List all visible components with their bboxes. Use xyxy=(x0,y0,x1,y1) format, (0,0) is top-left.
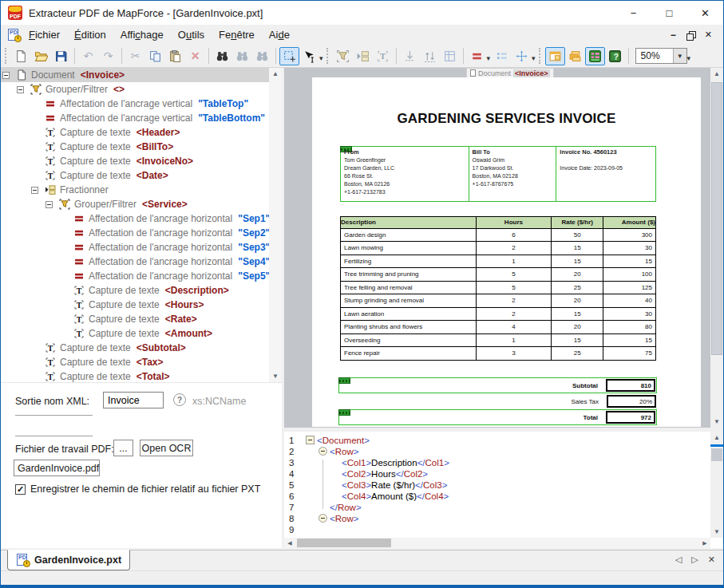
header-capture-region[interactable]: From Tom GreenfingerDream Garden, LLC66 … xyxy=(340,146,656,202)
scroll-up-icon[interactable]: ▲ xyxy=(710,68,723,80)
browse-button[interactable]: ... xyxy=(113,440,133,456)
help-icon[interactable]: ? xyxy=(173,393,186,406)
toggle-markers-view-button[interactable] xyxy=(585,47,605,65)
new-file-button[interactable] xyxy=(11,47,31,65)
open-file-button[interactable] xyxy=(31,47,51,65)
tree-row[interactable]: T Affectation de l'ancrage horizontal "S… xyxy=(1,211,269,226)
xml-name-input[interactable] xyxy=(103,392,164,408)
tree-expand-icon[interactable] xyxy=(31,187,38,194)
tree-row[interactable]: T Capture de texte <Header> xyxy=(1,125,269,140)
menu-item[interactable]: Aide xyxy=(262,26,297,44)
mdi-minimize-icon[interactable]: − xyxy=(671,30,676,41)
tree-row[interactable]: T Affectation de l'ancrage horizontal "S… xyxy=(1,269,269,283)
tree-row[interactable]: T Grouper/Filtrer <> xyxy=(1,82,269,97)
xml-vertical-scrollbar[interactable]: ▲ ▼ xyxy=(710,432,723,538)
tree-expand-icon[interactable] xyxy=(2,72,10,79)
scroll-down-icon[interactable]: ▼ xyxy=(710,526,723,538)
tab-gardeninvoice[interactable]: PD GardenInvoice.pxt xyxy=(7,550,130,570)
menu-item[interactable]: Édition xyxy=(67,26,113,44)
scrollbar-thumb[interactable] xyxy=(711,82,722,355)
tree-row[interactable]: T Grouper/Filtrer <Service> xyxy=(1,197,269,211)
subtotal-capture-region[interactable]: Subtotal 810 xyxy=(338,377,657,393)
tree-row[interactable]: T Capture de texte <Description> xyxy=(1,283,269,298)
tree-row[interactable]: T Affectation de l'ancrage vertical "Tab… xyxy=(1,97,269,111)
minimize-button[interactable]: − xyxy=(615,1,651,25)
anchor-cross-caret[interactable]: ▾ xyxy=(532,54,536,62)
selection-rectangle-tool[interactable] xyxy=(279,47,299,65)
tree-row[interactable]: T Capture de texte <Date> xyxy=(1,168,269,183)
tree-expand-icon[interactable] xyxy=(45,201,53,208)
menu-item[interactable]: Fenêtre xyxy=(212,26,262,44)
scroll-left-icon[interactable]: ◀ xyxy=(284,538,295,548)
paste-button[interactable] xyxy=(165,47,185,65)
menu-item[interactable]: Affichage xyxy=(113,26,171,44)
xml-code-area: 1 <Document> 2 <Row> xyxy=(284,432,710,538)
tree-row[interactable]: T Capture de texte <Hours> xyxy=(1,298,269,312)
tree-row[interactable]: T Capture de texte <Total> xyxy=(1,369,269,382)
cell-description: Planting shrubs and flowers xyxy=(341,321,477,334)
tree-scrollbar[interactable]: ▲ ▼ xyxy=(269,68,282,382)
zoom-combobox[interactable]: 50% ▼ xyxy=(635,48,687,64)
tree-row-label: Fractionner xyxy=(60,184,109,195)
anchor-assign-tool[interactable] xyxy=(467,47,487,65)
tree-row-value: "Sep1" xyxy=(238,213,269,224)
line-number: 6 xyxy=(284,491,305,501)
mdi-close-icon[interactable]: ✕ xyxy=(705,30,712,40)
relative-path-checkbox[interactable]: ✓ xyxy=(15,484,26,495)
scroll-down-icon[interactable]: ▼ xyxy=(710,416,723,428)
open-ocr-button[interactable]: Open OCR xyxy=(140,440,193,456)
toggle-design-view-button[interactable] xyxy=(545,47,565,65)
scroll-right-icon[interactable]: ▶ xyxy=(699,538,710,548)
find-button[interactable] xyxy=(212,47,232,65)
tree-row[interactable]: T Affectation de l'ancrage vertical "Tab… xyxy=(1,111,269,125)
tree-row-label: Affectation de l'ancrage horizontal xyxy=(89,213,232,224)
tree-row[interactable]: T Capture de texte <Tax> xyxy=(1,355,269,369)
tree-row[interactable]: T Capture de texte <Rate> xyxy=(1,312,269,326)
close-button[interactable]: ✕ xyxy=(687,1,723,25)
tree-expand-icon[interactable] xyxy=(17,86,24,93)
preview-scrollbar[interactable]: ▲ ▼ xyxy=(710,68,723,428)
scrollbar-thumb[interactable] xyxy=(711,448,722,461)
menu-item[interactable]: Outils xyxy=(171,26,212,44)
tool-dropdown-caret[interactable]: ▾ xyxy=(319,54,323,62)
toggle-cascade-view-button[interactable] xyxy=(565,47,585,65)
anchor-assign-caret[interactable]: ▾ xyxy=(487,54,491,62)
filter-icon xyxy=(59,199,70,210)
tab-scroll-right-icon[interactable]: ▷ xyxy=(691,554,698,565)
anchor-cross-tool[interactable] xyxy=(512,47,532,65)
scroll-down-icon[interactable]: ▼ xyxy=(269,370,282,382)
find-prev-button xyxy=(252,47,272,65)
tab-close-icon[interactable]: ✕ xyxy=(708,554,715,565)
list-values-tool[interactable] xyxy=(492,47,512,65)
table-row: Tree felling and removal 5 25 125 xyxy=(341,281,656,294)
cursor-select-tool[interactable] xyxy=(299,47,319,65)
tree-row[interactable]: T Capture de texte <BillTo> xyxy=(1,140,269,154)
tab-scroll-left-icon[interactable]: ◁ xyxy=(675,554,682,565)
tree-row[interactable]: T Capture de texte <Subtotal> xyxy=(1,341,269,355)
scrollbar-thumb[interactable] xyxy=(297,539,391,547)
fold-toggle-icon[interactable] xyxy=(318,447,327,456)
toggle-help-view-button[interactable]: ? xyxy=(605,47,625,65)
zoom-extra-caret[interactable]: ▾ xyxy=(687,54,691,62)
scroll-up-icon[interactable]: ▲ xyxy=(710,432,723,444)
pdf-filename-field[interactable]: GardenInvoice.pdf xyxy=(14,460,100,476)
total-capture-region[interactable]: Total 972 xyxy=(338,409,657,425)
scroll-up-icon[interactable]: ▲ xyxy=(269,68,282,80)
save-button[interactable] xyxy=(51,47,71,65)
maximize-button[interactable]: □ xyxy=(651,1,687,25)
mdi-restore-icon[interactable] xyxy=(686,31,694,39)
xml-horizontal-scrollbar[interactable]: ◀ ▶ xyxy=(284,538,710,548)
tree-row[interactable]: T Affectation de l'ancrage horizontal "S… xyxy=(1,226,269,240)
tree-row[interactable]: T Capture de texte <InvoiceNo> xyxy=(1,154,269,168)
tree-row[interactable]: T Fractionner xyxy=(1,183,269,197)
tree-row[interactable]: T Affectation de l'ancrage horizontal "S… xyxy=(1,255,269,269)
menu-item[interactable]: Fichier xyxy=(22,26,67,44)
tree-row[interactable]: T Document <Invoice> xyxy=(1,68,269,82)
copy-button[interactable] xyxy=(145,47,165,65)
tree-row[interactable]: T Affectation de l'ancrage horizontal "S… xyxy=(1,240,269,255)
fold-toggle-icon[interactable] xyxy=(318,514,327,523)
billto-heading: Bill To xyxy=(473,148,553,156)
tree-row[interactable]: T Capture de texte <Amount> xyxy=(1,326,269,341)
fold-toggle-icon[interactable] xyxy=(306,436,315,444)
zoom-dropdown-icon[interactable]: ▼ xyxy=(673,49,686,63)
